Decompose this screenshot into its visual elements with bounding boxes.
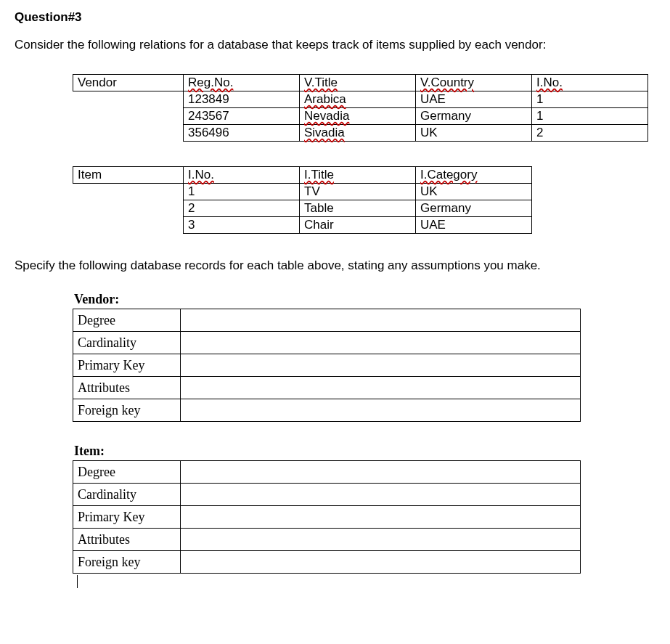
- cell: 1: [184, 184, 300, 200]
- cell: 1: [532, 91, 648, 108]
- answer-cell[interactable]: [181, 332, 581, 354]
- item-table: Item I.No. I.Title I.Category 1 TV UK 2 …: [73, 166, 532, 234]
- item-answer-title: Item:: [73, 444, 655, 459]
- table-row: Cardinality: [73, 484, 581, 506]
- cell: 3: [184, 217, 300, 234]
- col-header: I.Title: [300, 167, 416, 184]
- vendor-answer-block: Vendor: Degree Cardinality Primary Key A…: [73, 292, 655, 422]
- col-header: I.No.: [532, 75, 648, 91]
- cell: Nevadia: [300, 108, 416, 125]
- cell: Sivadia: [300, 125, 416, 142]
- row-label: Degree: [73, 461, 181, 484]
- text-cursor-icon: [77, 575, 78, 588]
- cell: 1: [532, 108, 648, 125]
- row-label: Degree: [73, 309, 181, 332]
- table-row: Primary Key: [73, 506, 581, 529]
- cell: Chair: [300, 217, 416, 234]
- relation-label: Vendor: [73, 75, 184, 91]
- relation-label: Item: [73, 167, 184, 184]
- answer-cell[interactable]: [181, 506, 581, 529]
- answer-cell[interactable]: [181, 461, 581, 484]
- table-row: Degree: [73, 461, 581, 484]
- answer-cell[interactable]: [181, 354, 581, 377]
- cell: 2: [184, 200, 300, 217]
- row-label: Foreign key: [73, 399, 181, 422]
- cell: UAE: [416, 217, 532, 234]
- table-row: Primary Key: [73, 354, 581, 377]
- cell: Table: [300, 200, 416, 217]
- cell: UAE: [416, 91, 532, 108]
- answer-cell[interactable]: [181, 484, 581, 506]
- table-row: Attributes: [73, 529, 581, 551]
- vendor-table: Vendor Reg.No. V.Title V.Country I.No. 1…: [73, 74, 648, 142]
- answer-cell[interactable]: [181, 529, 581, 551]
- cell: Germany: [416, 108, 532, 125]
- cell: 356496: [184, 125, 300, 142]
- col-header: V.Country: [416, 75, 532, 91]
- col-header: I.Category: [416, 167, 532, 184]
- item-answer-block: Item: Degree Cardinality Primary Key Att…: [73, 444, 655, 588]
- table-row: 123849 Arabica UAE 1: [73, 91, 648, 108]
- question-heading: Question#3: [15, 10, 655, 25]
- table-header-row: Vendor Reg.No. V.Title V.Country I.No.: [73, 75, 648, 91]
- item-answer-table: Degree Cardinality Primary Key Attribute…: [73, 460, 581, 574]
- cell: 243567: [184, 108, 300, 125]
- row-label: Primary Key: [73, 506, 181, 529]
- answer-cell[interactable]: [181, 309, 581, 332]
- row-label: Attributes: [73, 529, 181, 551]
- vendor-answer-table: Degree Cardinality Primary Key Attribute…: [73, 309, 581, 422]
- table-row: Foreign key: [73, 551, 581, 574]
- table-header-row: Item I.No. I.Title I.Category: [73, 167, 532, 184]
- col-header: Reg.No.: [184, 75, 300, 91]
- answer-cell[interactable]: [181, 551, 581, 574]
- table-row: Degree: [73, 309, 581, 332]
- table-row: 1 TV UK: [73, 184, 532, 200]
- cell: UK: [416, 184, 532, 200]
- vendor-answer-title: Vendor:: [73, 292, 655, 307]
- cell: TV: [300, 184, 416, 200]
- cell: Germany: [416, 200, 532, 217]
- col-header: I.No.: [184, 167, 300, 184]
- cell: 2: [532, 125, 648, 142]
- intro-text: Consider the following relations for a d…: [15, 38, 655, 52]
- answer-cell[interactable]: [181, 377, 581, 399]
- row-label: Primary Key: [73, 354, 181, 377]
- table-row: Cardinality: [73, 332, 581, 354]
- table-row: Attributes: [73, 377, 581, 399]
- vendor-relation: Vendor Reg.No. V.Title V.Country I.No. 1…: [73, 74, 655, 142]
- table-row: Foreign key: [73, 399, 581, 422]
- item-relation: Item I.No. I.Title I.Category 1 TV UK 2 …: [73, 166, 655, 234]
- answer-cell[interactable]: [181, 399, 581, 422]
- cell: 123849: [184, 91, 300, 108]
- row-label: Cardinality: [73, 484, 181, 506]
- row-label: Attributes: [73, 377, 181, 399]
- cell: UK: [416, 125, 532, 142]
- row-label: Foreign key: [73, 551, 181, 574]
- row-label: Cardinality: [73, 332, 181, 354]
- cell: Arabica: [300, 91, 416, 108]
- instruction-text: Specify the following database records f…: [15, 258, 655, 273]
- col-header: V.Title: [300, 75, 416, 91]
